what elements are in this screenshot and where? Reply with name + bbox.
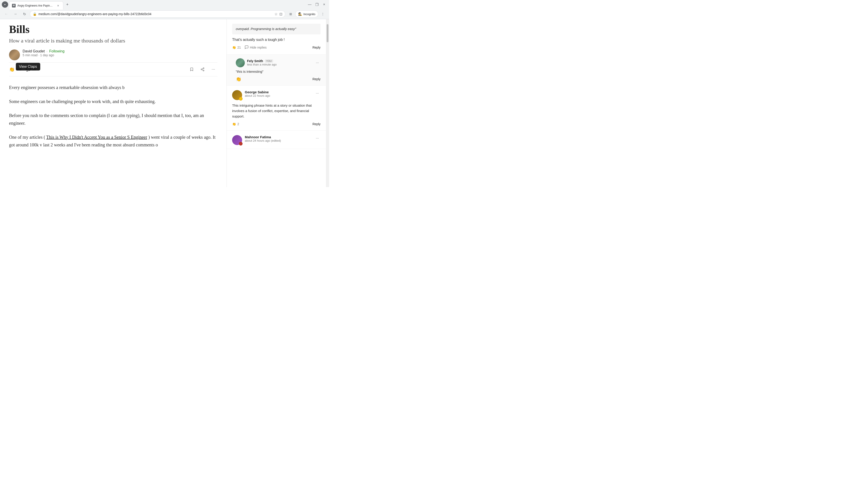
svg-point-7 [214, 69, 215, 69]
reply-header: Fely Smith YOU less than a minute ago ··… [236, 58, 320, 67]
comments-stat[interactable]: 💬 18 [26, 67, 36, 72]
quoted-text: overpaid. Programming is actually easy" [232, 24, 320, 34]
reply-clap-button[interactable]: 👏 [236, 76, 241, 82]
comments-sidebar[interactable]: overpaid. Programming is actually easy" … [226, 19, 326, 187]
browser-scrollbar[interactable] [326, 19, 329, 187]
tab-group-icon: ▾ [4, 3, 6, 6]
reply-author-row: Fely Smith YOU [247, 59, 312, 63]
address-bar: ← → ↻ 🔒 medium.com/@davidgoudet/angry-en… [0, 9, 329, 19]
tab-favicon: M [12, 4, 16, 7]
tab-group-button[interactable]: ▾ [2, 1, 8, 8]
clap-count: 21 [237, 46, 241, 49]
author-name[interactable]: David Goudet [23, 49, 45, 53]
mahnoor-comment-meta: Mahnoor Fatima about 24 hours ago (edite… [245, 135, 311, 142]
share-button[interactable] [198, 65, 207, 73]
george-badge-icon [239, 97, 243, 101]
article-subtitle: How a viral article is making me thousan… [9, 38, 217, 44]
tab-close-button[interactable]: × [56, 3, 60, 8]
comments-count: 18 [32, 68, 36, 71]
article-area: Bills How a viral article is making me t… [0, 19, 226, 187]
more-article-options-button[interactable] [209, 65, 217, 73]
george-reply-button[interactable]: Reply [312, 122, 320, 126]
comment-clap-button[interactable]: 👏 21 [232, 46, 241, 49]
svg-point-6 [213, 69, 214, 69]
comment-actions: 👏 21 Hide replies Reply [232, 45, 320, 50]
bookmark-button[interactable] [188, 65, 196, 73]
author-avatar[interactable] [9, 50, 20, 60]
url-bar[interactable]: 🔒 medium.com/@davidgoudet/angry-engineer… [30, 10, 285, 18]
reply-reply-button[interactable]: Reply [312, 77, 320, 81]
george-comment-header: George Sabine about 22 hours ago ··· [232, 90, 320, 100]
close-window-button[interactable]: × [321, 1, 327, 8]
clap-icon-small: 👏 [232, 46, 236, 49]
article-title: Bills [9, 23, 217, 36]
svg-point-1 [201, 69, 202, 70]
author-avatar-image [9, 50, 20, 60]
comment-icon: 💬 [26, 67, 31, 72]
reply-actions-row: 👏 Reply [236, 76, 320, 82]
you-badge: YOU [265, 59, 273, 63]
mahnoor-comment: Mahnoor Fatima about 24 hours ago (edite… [227, 131, 326, 149]
article-paragraph-3: Before you rush to the comments section … [9, 111, 217, 127]
reply-item: Fely Smith YOU less than a minute ago ··… [227, 55, 326, 86]
author-details: David Goudet · Following 5 min read · 1 … [23, 49, 64, 61]
refresh-button[interactable]: ↻ [21, 10, 28, 18]
reply-author-name[interactable]: Fely Smith [247, 59, 263, 63]
george-comment-time: about 22 hours ago [245, 94, 311, 97]
bookmark-star-icon[interactable]: ☆ [274, 12, 278, 16]
reply-clap-icon: 👏 [236, 76, 241, 82]
author-dot: · [46, 50, 48, 53]
george-comment-actions: 👏 2 Reply [232, 122, 320, 126]
address-bar-actions: ⊞ 🕵 Incognito ⋮ [287, 10, 327, 18]
mahnoor-badge-icon [239, 142, 243, 145]
george-comment: George Sabine about 22 hours ago ··· Thi… [227, 86, 326, 131]
svg-line-4 [202, 68, 203, 69]
svg-line-3 [202, 70, 203, 70]
forward-button[interactable]: → [12, 10, 19, 18]
read-time: 5 min read [23, 53, 37, 57]
incognito-button[interactable]: 🕵 Incognito [295, 10, 318, 18]
new-tab-button[interactable]: + [64, 1, 70, 8]
scrollbar-thumb[interactable] [327, 24, 329, 42]
extensions-button[interactable]: ⊞ [287, 10, 294, 18]
minimize-button[interactable]: — [307, 1, 313, 8]
browser-chrome: ▾ M Angry Engineers Are Paying M... × + … [0, 0, 329, 19]
main-layout: Bills How a viral article is making me t… [0, 19, 329, 187]
back-button[interactable]: ← [3, 10, 10, 18]
more-options-button[interactable]: ⋮ [319, 10, 327, 18]
george-clap-icon: 👏 [232, 122, 236, 126]
mahnoor-more-options-button[interactable]: ··· [314, 135, 320, 141]
article-paragraph-2: Some engineers can be challenging people… [9, 98, 217, 105]
follow-button[interactable]: Following [49, 49, 65, 53]
clap-icon: 👏 [9, 67, 15, 72]
svg-point-5 [212, 69, 213, 69]
lock-icon: 🔒 [33, 12, 37, 16]
reply-avatar-image [236, 58, 245, 67]
george-author-name[interactable]: George Sabine [245, 90, 311, 94]
mahnoor-avatar [232, 135, 242, 145]
window-controls: — ❐ × [307, 1, 327, 8]
active-tab[interactable]: M Angry Engineers Are Paying M... × [9, 1, 63, 9]
reply-meta: Fely Smith YOU less than a minute ago [247, 59, 312, 66]
article-paragraph-1: Every engineer possesses a remarkable ob… [9, 84, 217, 91]
tab-bar: ▾ M Angry Engineers Are Paying M... × + … [0, 0, 329, 9]
article-meta: 5 min read · 1 day ago [23, 53, 64, 57]
george-more-options-button[interactable]: ··· [314, 90, 320, 96]
tab-title: Angry Engineers Are Paying M... [18, 4, 54, 7]
george-clap-button[interactable]: 👏 2 [232, 122, 239, 126]
claps-count: 898 [16, 68, 21, 71]
comment-reply-button[interactable]: Reply [312, 46, 320, 49]
article-paragraph-4: One of my articles ( This is Why I Didn'… [9, 133, 217, 149]
maximize-button[interactable]: ❐ [314, 1, 320, 8]
claps-stat[interactable]: 👏 898 [9, 67, 21, 72]
reader-mode-icon[interactable]: ⊡ [279, 12, 282, 16]
mahnoor-author-name[interactable]: Mahnoor Fatima [245, 135, 311, 139]
reply-more-options-button[interactable]: ··· [314, 60, 320, 66]
svg-point-0 [203, 68, 204, 69]
incognito-icon: 🕵 [298, 12, 302, 16]
incognito-label: Incognito [303, 12, 315, 16]
reply-body: "this is interesting" [236, 69, 320, 74]
article-link[interactable]: This is Why I Didn't Accept You as a Sen… [46, 135, 147, 140]
article-stats: 👏 898 💬 18 [9, 62, 217, 76]
hide-replies-button[interactable]: Hide replies [245, 45, 267, 50]
